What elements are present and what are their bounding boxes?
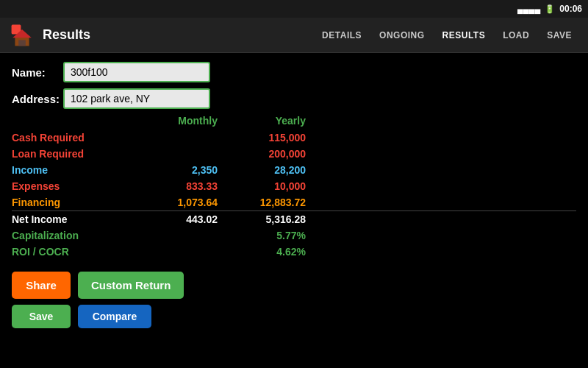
table-row: Income 2,350 28,200	[12, 162, 576, 178]
net-income-yearly: 5,316.28	[218, 213, 306, 225]
table-header: Monthly Yearly	[12, 115, 576, 127]
app-icon	[9, 22, 35, 49]
header-yearly: Yearly	[218, 115, 306, 127]
name-label: Name:	[12, 66, 63, 79]
status-icons: ▄▄▄▄ 🔋 00:06	[517, 4, 582, 14]
table-row: ROI / COCR 4.62%	[12, 244, 576, 260]
capitalization-yearly: 5.77%	[218, 230, 306, 241]
roi-label: ROI / COCR	[12, 246, 137, 258]
address-row: Address:	[12, 88, 576, 109]
expenses-label: Expenses	[12, 180, 137, 192]
income-label: Income	[12, 164, 137, 176]
name-row: Name:	[12, 62, 576, 82]
table-row: Financing 1,073.64 12,883.72	[12, 194, 576, 210]
button-row-2: Save Compare	[12, 305, 576, 328]
income-monthly: 2,350	[137, 164, 218, 176]
table-row: Net Income 443.02 5,316.28	[12, 210, 576, 227]
table-row: Expenses 833.33 10,000	[12, 178, 576, 194]
financing-monthly: 1,073.64	[137, 197, 218, 208]
table-row: Loan Required 200,000	[12, 146, 576, 162]
expenses-monthly: 833.33	[137, 180, 218, 192]
name-input[interactable]	[63, 62, 210, 82]
loan-required-yearly: 200,000	[218, 148, 306, 160]
table-row: Capitalization 5.77%	[12, 227, 576, 244]
header-monthly: Monthly	[137, 115, 218, 127]
nav-load-button[interactable]: LOAD	[495, 26, 537, 45]
cash-required-label: Cash Required	[12, 132, 137, 144]
nav-save-button[interactable]: SAVE	[539, 26, 579, 45]
nav-details-button[interactable]: DETAILS	[315, 26, 369, 45]
net-income-monthly: 443.02	[137, 213, 218, 225]
address-label: Address:	[12, 93, 63, 105]
page-title: Results	[43, 27, 315, 43]
svg-rect-3	[18, 40, 26, 46]
capitalization-label: Capitalization	[12, 230, 137, 241]
custom-return-button[interactable]: Custom Return	[78, 272, 184, 299]
roi-yearly: 4.62%	[218, 246, 306, 258]
save-button[interactable]: Save	[12, 305, 71, 328]
net-income-label: Net Income	[12, 213, 137, 225]
nav-results-button[interactable]: RESULTS	[435, 26, 493, 45]
status-bar: ▄▄▄▄ 🔋 00:06	[0, 0, 588, 18]
main-content: Name: Address: Monthly Yearly Cash Requi…	[0, 53, 588, 337]
loan-required-label: Loan Required	[12, 148, 137, 160]
clock: 00:06	[559, 4, 582, 14]
nav-buttons: DETAILS ONGOING RESULTS LOAD SAVE	[315, 26, 579, 45]
nav-ongoing-button[interactable]: ONGOING	[372, 26, 432, 45]
address-input[interactable]	[63, 88, 210, 109]
data-table: Monthly Yearly Cash Required 115,000 Loa…	[12, 115, 576, 260]
button-row-1: Share Custom Return	[12, 272, 576, 299]
financing-label: Financing	[12, 197, 137, 208]
expenses-yearly: 10,000	[218, 180, 306, 192]
cash-required-yearly: 115,000	[218, 132, 306, 144]
income-yearly: 28,200	[218, 164, 306, 176]
share-button[interactable]: Share	[12, 272, 71, 299]
nav-bar: Results DETAILS ONGOING RESULTS LOAD SAV…	[0, 18, 588, 53]
table-row: Cash Required 115,000	[12, 130, 576, 146]
battery-icon: 🔋	[545, 4, 555, 14]
signal-icon: ▄▄▄▄	[517, 4, 540, 13]
compare-button[interactable]: Compare	[78, 305, 151, 328]
financing-yearly: 12,883.72	[218, 197, 306, 208]
